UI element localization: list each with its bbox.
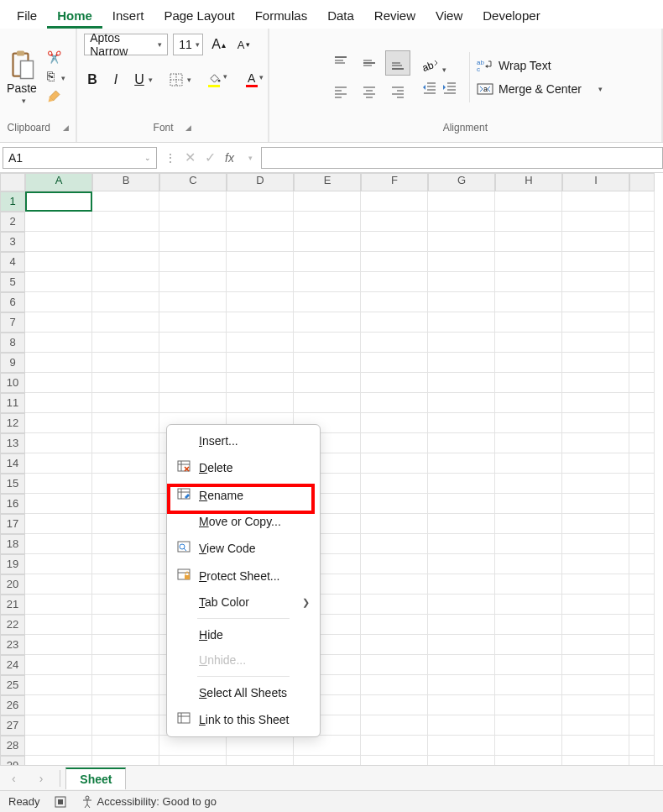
cell[interactable] [294, 373, 361, 393]
cell[interactable] [92, 272, 159, 292]
tab-file[interactable]: File [7, 3, 47, 29]
cell[interactable] [25, 595, 92, 615]
cell[interactable] [495, 232, 562, 252]
accessibility-status[interactable]: Accessibility: Good to go [81, 795, 217, 807]
cell[interactable] [361, 635, 428, 655]
dropdown-icon[interactable]: ⋮ [164, 151, 178, 165]
cell[interactable] [92, 715, 159, 736]
cell[interactable] [562, 212, 629, 232]
cell[interactable] [495, 494, 562, 514]
cell[interactable] [92, 695, 159, 715]
cell[interactable] [25, 353, 92, 373]
row-header[interactable]: 8 [0, 333, 25, 353]
cell[interactable] [159, 333, 227, 353]
cell[interactable] [562, 373, 629, 393]
cell[interactable] [361, 695, 428, 715]
col-header[interactable]: D [227, 173, 294, 191]
cell[interactable] [25, 252, 92, 272]
row-header[interactable]: 24 [0, 655, 25, 675]
cell[interactable] [92, 252, 159, 272]
col-header[interactable]: B [92, 173, 159, 191]
col-header[interactable]: F [361, 173, 428, 191]
cell[interactable] [25, 494, 92, 514]
row-header[interactable]: 1 [0, 191, 25, 212]
increase-font-icon[interactable]: A▴ [208, 35, 229, 54]
col-header[interactable]: A [25, 173, 92, 191]
cell[interactable] [25, 615, 92, 635]
col-header[interactable]: H [495, 173, 562, 191]
cell[interactable] [495, 474, 562, 494]
cell[interactable] [92, 453, 159, 474]
paste-icon[interactable] [7, 50, 37, 80]
ctx-rename[interactable]: Rename [167, 481, 320, 509]
row-header[interactable]: 25 [0, 675, 25, 695]
cell[interactable] [428, 232, 495, 252]
cell[interactable] [227, 252, 294, 272]
cell[interactable] [159, 312, 227, 333]
align-bottom-icon[interactable] [385, 50, 410, 76]
cell[interactable] [562, 474, 629, 494]
cell[interactable] [227, 212, 294, 232]
cell[interactable] [562, 595, 629, 615]
row-header[interactable]: 7 [0, 312, 25, 333]
cell[interactable] [428, 514, 495, 534]
cell[interactable] [92, 373, 159, 393]
cell[interactable] [428, 453, 495, 474]
cell[interactable] [562, 413, 629, 433]
cell[interactable] [159, 353, 227, 373]
cell[interactable] [495, 655, 562, 675]
cell[interactable] [25, 312, 92, 333]
row-header[interactable]: 23 [0, 635, 25, 655]
sheet-nav-prev-icon[interactable]: ‹ [0, 772, 28, 785]
cell[interactable] [227, 736, 294, 756]
sheet-tab[interactable]: Sheet [65, 767, 126, 789]
cell[interactable] [428, 554, 495, 574]
cell[interactable] [92, 433, 159, 453]
paste-label[interactable]: Paste [7, 81, 37, 95]
decrease-indent-icon[interactable] [422, 81, 437, 97]
tab-page-layout[interactable]: Page Layout [154, 3, 244, 29]
tab-home[interactable]: Home [47, 3, 102, 29]
row-header[interactable]: 16 [0, 494, 25, 514]
wrap-text-button[interactable]: abcWrap Text [477, 58, 603, 73]
tab-data[interactable]: Data [317, 3, 364, 29]
cell[interactable] [361, 232, 428, 252]
ctx-move-or-copy[interactable]: Move or Copy... [167, 509, 320, 534]
cell[interactable] [562, 393, 629, 413]
cell[interactable] [361, 292, 428, 312]
row-header[interactable]: 26 [0, 695, 25, 715]
cell[interactable] [227, 393, 294, 413]
col-header[interactable]: I [562, 173, 629, 191]
cell[interactable] [428, 675, 495, 695]
cell[interactable] [562, 675, 629, 695]
cell[interactable] [495, 574, 562, 595]
cell[interactable] [92, 191, 159, 212]
cell[interactable] [294, 272, 361, 292]
cell[interactable] [428, 433, 495, 453]
cell[interactable] [562, 635, 629, 655]
cell[interactable] [361, 675, 428, 695]
merge-center-button[interactable]: aMerge & Center ▾ [477, 81, 603, 97]
cell[interactable] [25, 574, 92, 595]
cell[interactable] [25, 514, 92, 534]
cell[interactable] [361, 554, 428, 574]
cell[interactable] [25, 433, 92, 453]
cell[interactable] [92, 736, 159, 756]
cell[interactable] [495, 715, 562, 736]
cell[interactable] [159, 252, 227, 272]
cell[interactable] [159, 272, 227, 292]
align-left-icon[interactable] [328, 79, 353, 104]
cell[interactable] [92, 494, 159, 514]
cell[interactable] [159, 393, 227, 413]
align-center-icon[interactable] [357, 79, 382, 104]
cell[interactable] [25, 474, 92, 494]
cell[interactable] [495, 333, 562, 353]
cell[interactable] [428, 494, 495, 514]
cell[interactable] [361, 534, 428, 554]
font-dialog-launcher-icon[interactable]: ◢ [185, 123, 191, 132]
cell[interactable] [361, 373, 428, 393]
col-header[interactable]: C [159, 173, 227, 191]
cell[interactable] [92, 413, 159, 433]
cell[interactable] [361, 433, 428, 453]
row-header[interactable]: 4 [0, 252, 25, 272]
